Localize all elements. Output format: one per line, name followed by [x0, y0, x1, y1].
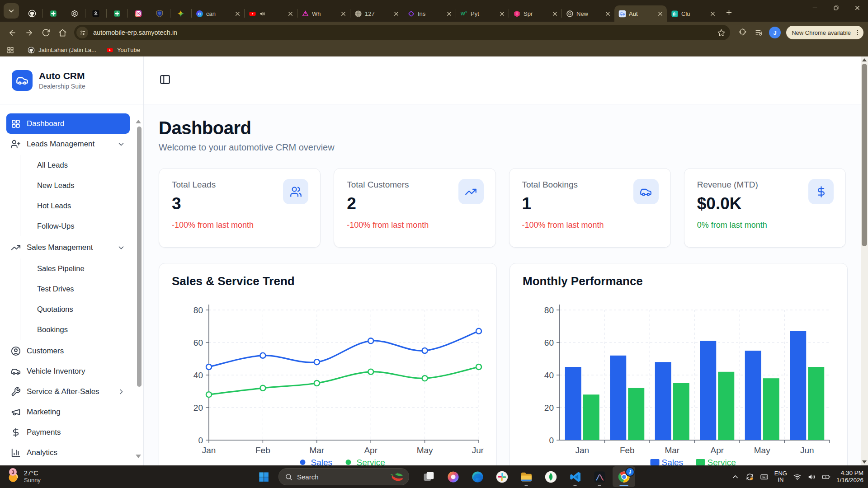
tab-audio-icon[interactable] — [259, 10, 266, 17]
browser-tab[interactable]: Aut — [614, 5, 667, 22]
sidebar-item-payments[interactable]: Payments — [6, 422, 130, 442]
taskbar-app-task-view[interactable] — [417, 466, 440, 487]
site-settings-icon[interactable] — [76, 27, 88, 38]
tab-close-icon[interactable] — [499, 10, 505, 17]
language-indicator[interactable]: ENG IN — [774, 470, 787, 483]
browser-tab[interactable]: New — [562, 5, 614, 22]
pinned-tab[interactable] — [128, 5, 149, 22]
clock[interactable]: 4:30 PM 1/16/2026 — [836, 469, 863, 484]
pinned-tab[interactable] — [149, 5, 170, 22]
svg-text:Jan: Jan — [202, 446, 216, 455]
sidebar-item-dashboard[interactable]: Dashboard — [6, 113, 130, 134]
bookmark-item[interactable]: JatinLahari (Jatin La... — [28, 47, 96, 54]
tray-chevron-up-icon[interactable] — [731, 473, 740, 481]
bookmark-star-icon[interactable] — [717, 28, 726, 37]
browser-tab[interactable]: Clu — [667, 5, 719, 22]
taskbar-app-mongodb[interactable] — [539, 466, 562, 487]
browser-tab[interactable]: 127 — [350, 5, 403, 22]
sidebar-item-service-after-sales[interactable]: Service & After-Sales — [6, 381, 130, 402]
extensions-icon[interactable] — [734, 25, 750, 40]
sidebar-subitem-all-leads[interactable]: All Leads — [20, 155, 130, 175]
pinned-tab[interactable] — [64, 5, 85, 22]
tab-close-icon[interactable] — [340, 10, 347, 17]
apps-grid-icon[interactable] — [6, 46, 14, 54]
close-button[interactable] — [847, 0, 868, 15]
back-button[interactable] — [5, 25, 20, 40]
sidebar-item-sales-management[interactable]: Sales Management — [6, 237, 130, 258]
tab-close-icon[interactable] — [604, 10, 611, 17]
media-controls-icon[interactable] — [751, 25, 766, 40]
sidebar-scroll-down-arrow[interactable] — [136, 455, 141, 458]
address-bar[interactable]: automobile-erp.samyotech.in — [74, 25, 730, 40]
sidebar-subitem-test-drives[interactable]: Test Drives — [20, 279, 130, 299]
taskbar-weather-widget[interactable]: 3 27°C Sunny — [5, 465, 41, 488]
pinned-tab[interactable] — [170, 5, 191, 22]
minimize-button[interactable] — [804, 0, 826, 15]
refresh-button[interactable] — [38, 25, 53, 40]
kebab-menu-icon[interactable] — [854, 29, 861, 36]
taskbar-app-copilot[interactable] — [442, 466, 464, 487]
tab-search-button[interactable] — [4, 3, 19, 19]
tab-close-icon[interactable] — [393, 10, 400, 17]
sidebar-scrollbar-thumb[interactable] — [137, 127, 142, 387]
sidebar-item-leads-management[interactable]: Leads Management — [6, 134, 130, 154]
tab-close-icon[interactable] — [657, 10, 664, 17]
pinned-tab[interactable] — [22, 5, 42, 22]
browser-tab[interactable]: Ins — [403, 5, 456, 22]
taskbar-app-edge[interactable] — [466, 466, 489, 487]
scroll-up-arrow[interactable] — [862, 58, 867, 61]
bookmark-item[interactable]: YouTube — [106, 47, 140, 54]
profile-avatar[interactable]: J — [769, 27, 781, 38]
wifi-icon[interactable] — [793, 473, 802, 481]
pinned-tab[interactable] — [107, 5, 127, 22]
sidebar-scroll-up-arrow[interactable] — [136, 120, 141, 123]
sidebar-subitem-hot-leads[interactable]: Hot Leads — [20, 196, 130, 216]
browser-tab[interactable]: Wh — [297, 5, 350, 22]
browser-scrollbar[interactable] — [861, 56, 868, 465]
start-button[interactable] — [253, 466, 274, 487]
browser-tab[interactable] — [245, 5, 297, 22]
sidebar-subitem-new-leads[interactable]: New Leads — [20, 175, 130, 196]
restore-button[interactable] — [826, 0, 847, 15]
taskbar-app-explorer[interactable] — [515, 466, 538, 487]
chevron-down-icon[interactable] — [117, 140, 125, 148]
tab-close-icon[interactable] — [709, 10, 716, 17]
sidebar-subitem-bookings[interactable]: Bookings — [20, 319, 130, 340]
chevron-down-icon[interactable] — [117, 244, 125, 252]
new-tab-button[interactable] — [722, 5, 736, 19]
taskbar-app-slack[interactable] — [491, 466, 513, 487]
scrollbar-thumb[interactable] — [862, 64, 867, 246]
forward-button[interactable] — [21, 25, 37, 40]
sidebar-item-customers[interactable]: Customers — [6, 341, 130, 361]
tab-close-icon[interactable] — [552, 10, 558, 17]
tab-close-icon[interactable] — [287, 10, 294, 17]
sidebar-item-analytics[interactable]: Analytics — [6, 442, 130, 463]
taskbar-app-vscode[interactable] — [564, 466, 586, 487]
sidebar-item-marketing[interactable]: Marketing — [6, 402, 130, 422]
keyboard-icon[interactable] — [760, 473, 769, 481]
sidebar-subitem-sales-pipeline[interactable]: Sales Pipeline — [20, 258, 130, 279]
taskbar-app-chrome[interactable]: J — [613, 466, 635, 487]
taskbar-app-plot-app[interactable] — [588, 466, 611, 487]
sidebar-subitem-quotations[interactable]: Quotations — [20, 299, 130, 319]
battery-icon[interactable] — [822, 473, 830, 481]
sidebar-toggle-icon[interactable] — [159, 74, 173, 87]
tab-close-icon[interactable] — [446, 10, 453, 17]
pinned-tab[interactable] — [43, 5, 64, 22]
browser-tab[interactable]: W3Pyt — [456, 5, 509, 22]
sidebar-item-vehicle-inventory[interactable]: Vehicle Inventory — [6, 361, 130, 381]
sidebar-subitem-follow-ups[interactable]: Follow-Ups — [20, 216, 130, 236]
taskbar-search[interactable]: Search — [278, 468, 409, 485]
tab-close-icon[interactable] — [234, 10, 241, 17]
canva-icon: C — [196, 10, 203, 18]
browser-tab[interactable]: Ccan — [192, 5, 244, 22]
sync-icon[interactable] — [745, 473, 754, 481]
home-button[interactable] — [55, 25, 70, 40]
svg-text:May: May — [754, 446, 770, 455]
pinned-tab[interactable] — [85, 5, 106, 22]
chrome-update-button[interactable]: New Chrome available — [786, 26, 863, 39]
scroll-down-arrow[interactable] — [862, 460, 867, 464]
speaker-icon[interactable] — [807, 473, 816, 481]
browser-tab[interactable]: TSpr — [509, 5, 561, 22]
chevron-right-icon[interactable] — [117, 388, 125, 396]
